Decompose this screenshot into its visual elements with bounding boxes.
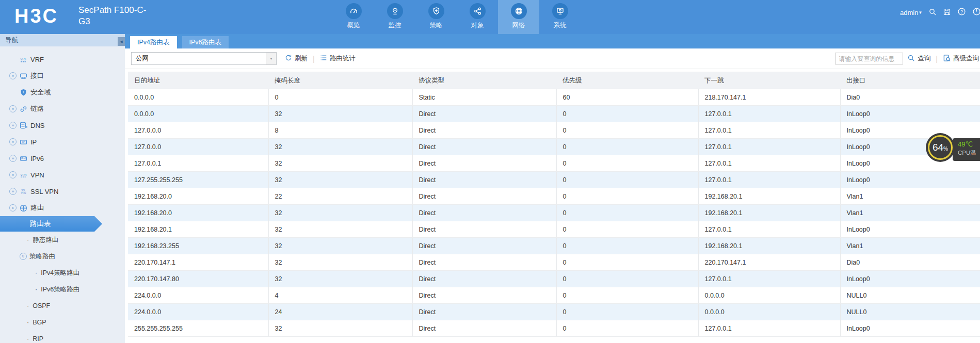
cpu-usage-unit: % xyxy=(943,146,948,152)
collapse-chevron-icon[interactable]: » xyxy=(9,204,17,211)
table-row[interactable]: 192.168.20.132Direct0127.0.0.1InLoop0 xyxy=(128,221,980,238)
search-input[interactable] xyxy=(835,53,903,64)
advanced-query-button[interactable]: 高级查询 xyxy=(943,54,979,63)
table-row[interactable]: 0.0.0.032Direct0127.0.0.1InLoop0 xyxy=(128,106,980,122)
sidebar-item[interactable]: T安全域 xyxy=(0,84,125,101)
sidebar-item[interactable]: ·OSPF xyxy=(0,298,125,314)
table-row[interactable]: 220.170.147.8032Direct0127.0.0.1InLoop0 xyxy=(128,271,980,287)
logout-icon[interactable] xyxy=(972,7,980,18)
table-cell: 0 xyxy=(556,139,698,155)
top-nav-item[interactable]: 监控 xyxy=(374,0,415,34)
main-content: ◀ IPv4路由表IPv6路由表 公网 ▼ 刷新 | xyxy=(125,34,980,343)
help-icon[interactable]: ? xyxy=(957,7,966,18)
table-cell: InLoop0 xyxy=(840,122,980,139)
table-cell: 127.0.0.0 xyxy=(128,122,268,139)
expand-chevron-icon[interactable]: » xyxy=(9,188,17,195)
search-icon[interactable] xyxy=(928,8,937,18)
sidebar-item[interactable]: »SSLVPNSSL VPN xyxy=(0,183,125,200)
sidebar-item-label: SSL VPN xyxy=(30,188,58,195)
sidebar-item-label: 接口 xyxy=(30,71,44,80)
column-header[interactable]: 下一跳 xyxy=(698,72,840,89)
table-row[interactable]: 0.0.0.00Static60218.170.147.1Dia0 xyxy=(128,89,980,106)
sidebar-item-label: RIP xyxy=(33,335,43,342)
table-cell: Vlan1 xyxy=(840,205,980,221)
svg-text:VPN: VPN xyxy=(21,191,26,194)
table-cell: 218.170.147.1 xyxy=(698,89,840,106)
search-icon xyxy=(907,54,915,63)
expand-chevron-icon[interactable]: » xyxy=(9,155,17,162)
cpu-usage-gauge[interactable]: 64 % xyxy=(928,135,953,160)
table-cell: 32 xyxy=(268,221,412,238)
user-menu[interactable]: admin ▼ xyxy=(900,9,922,17)
sidebar-item[interactable]: 路由表 xyxy=(0,216,102,232)
table-row[interactable]: 224.0.0.024Direct00.0.0.0NULL0 xyxy=(128,304,980,320)
table-cell: 4 xyxy=(268,287,412,304)
top-nav-item[interactable]: 网络 xyxy=(498,0,539,34)
sidebar-item[interactable]: VRFVRF xyxy=(0,51,125,68)
top-nav-item[interactable]: 系统 xyxy=(539,0,581,34)
table-cell: InLoop0 xyxy=(840,320,980,337)
sidebar-item[interactable]: ·RIP xyxy=(0,331,125,343)
tab-ipv6-route-table[interactable]: IPv6路由表 xyxy=(182,36,229,48)
sidebar-item[interactable]: »VPNVPN xyxy=(0,167,125,183)
sidebar-item[interactable]: ·IPv6策略路由 xyxy=(0,281,125,298)
expand-chevron-icon[interactable]: » xyxy=(9,138,17,145)
table-row[interactable]: 192.168.20.022Direct0192.168.20.1Vlan1 xyxy=(128,188,980,205)
collapse-chevron-icon[interactable]: » xyxy=(20,253,27,260)
top-nav-item[interactable]: 对象 xyxy=(457,0,498,34)
table-cell: 0 xyxy=(556,238,698,254)
tab-ipv4-route-table[interactable]: IPv4路由表 xyxy=(130,36,177,48)
column-header[interactable]: 优先级 xyxy=(556,72,698,89)
sidebar-item[interactable]: »链路 xyxy=(0,101,125,117)
column-header[interactable]: 目的地址 xyxy=(128,72,268,89)
table-cell: 0 xyxy=(556,122,698,139)
sidebar-collapse-button[interactable]: ◀ xyxy=(118,37,125,46)
refresh-button[interactable]: 刷新 xyxy=(285,54,308,63)
table-row[interactable]: 224.0.0.04Direct00.0.0.0NULL0 xyxy=(128,287,980,304)
vrf-select[interactable]: 公网 ▼ xyxy=(131,52,277,65)
cpu-temp-value: 49℃ xyxy=(958,140,980,148)
expand-chevron-icon[interactable]: » xyxy=(9,171,17,178)
column-header[interactable]: 掩码长度 xyxy=(268,72,412,89)
sidebar-item[interactable]: »IPIP xyxy=(0,134,125,150)
route-stats-button[interactable]: 路由统计 xyxy=(320,54,356,63)
table-row[interactable]: 220.170.147.132Direct0220.170.147.1Dia0 xyxy=(128,254,980,271)
table-cell: 32 xyxy=(268,320,412,337)
select-arrow-icon[interactable]: ▼ xyxy=(266,53,276,64)
route-table-wrap: 目的地址掩码长度协议类型优先级下一跳出接口0.0.0.00Static60218… xyxy=(125,69,980,337)
expand-chevron-icon[interactable]: » xyxy=(9,122,17,129)
toolbar-right: 查询 | 高级查询 xyxy=(835,53,980,64)
table-cell: 220.170.147.1 xyxy=(128,254,268,271)
table-cell: 32 xyxy=(268,139,412,155)
sidebar-item[interactable]: ·静态路由 xyxy=(0,232,125,248)
save-icon[interactable] xyxy=(943,8,951,18)
sidebar-item-label: IPv4策略路由 xyxy=(41,269,79,277)
network-globe-icon xyxy=(511,3,527,19)
sidebar-item[interactable]: »DNS xyxy=(0,117,125,134)
table-row[interactable]: 255.255.255.25532Direct0127.0.0.1InLoop0 xyxy=(128,320,980,337)
table-row[interactable]: 192.168.23.25532Direct0192.168.20.1Vlan1 xyxy=(128,238,980,254)
table-cell: 0 xyxy=(556,172,698,188)
sidebar-item[interactable]: »路由 xyxy=(0,200,125,216)
expand-chevron-icon[interactable]: » xyxy=(9,72,17,79)
table-cell: Direct xyxy=(412,188,556,205)
sidebar-nav-list: VRFVRF»接口T安全域»链路»DNS»IPIP»IPv6IPv6»VPNVP… xyxy=(0,46,125,343)
sidebar-item-label: 策略路由 xyxy=(29,252,55,261)
sidebar-item[interactable]: »策略路由 xyxy=(0,248,125,265)
sidebar-item[interactable]: ·IPv4策略路由 xyxy=(0,265,125,281)
sidebar-item[interactable]: »IPv6IPv6 xyxy=(0,150,125,167)
expand-chevron-icon[interactable]: » xyxy=(9,105,17,112)
column-header[interactable]: 出接口 xyxy=(840,72,980,89)
table-row[interactable]: 127.0.0.032Direct0127.0.0.1InLoop0 xyxy=(128,139,980,155)
column-header[interactable]: 协议类型 xyxy=(412,72,556,89)
table-row[interactable]: 127.0.0.132Direct0127.0.0.1InLoop0 xyxy=(128,155,980,172)
top-nav-item[interactable]: 策略 xyxy=(415,0,457,34)
sidebar-item[interactable]: »接口 xyxy=(0,68,125,84)
table-row[interactable]: 127.0.0.08Direct0127.0.0.1InLoop0 xyxy=(128,122,980,139)
table-cell: 127.0.0.1 xyxy=(698,221,840,238)
table-row[interactable]: 127.255.255.25532Direct0127.0.0.1InLoop0 xyxy=(128,172,980,188)
top-nav-item[interactable]: 概览 xyxy=(333,0,374,34)
query-button[interactable]: 查询 xyxy=(907,54,930,63)
sidebar-item[interactable]: ·BGP xyxy=(0,314,125,331)
table-row[interactable]: 192.168.20.032Direct0192.168.20.1Vlan1 xyxy=(128,205,980,221)
